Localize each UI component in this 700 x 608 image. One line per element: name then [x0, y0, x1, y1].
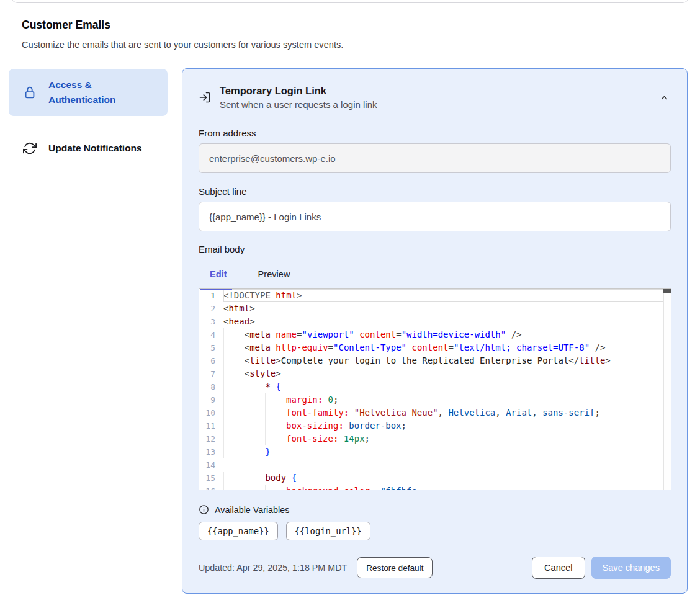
refresh-icon: [23, 141, 37, 155]
cancel-button[interactable]: Cancel: [532, 557, 585, 579]
page-subtitle: Customize the emails that are sent to yo…: [22, 40, 343, 50]
code-line[interactable]: * {: [223, 380, 663, 393]
save-changes-button[interactable]: Save changes: [591, 557, 671, 579]
from-address-value: enterprise@customers.wp-e.io: [209, 153, 336, 164]
code-line[interactable]: <meta http-equiv="Content-Type" content=…: [223, 341, 663, 354]
line-number: 14: [199, 458, 223, 472]
email-body-tabs: Edit Preview: [199, 266, 671, 283]
line-number: 6: [199, 354, 223, 367]
code-line[interactable]: <meta name="viewport" content="width=dev…: [223, 328, 663, 341]
line-number: 1: [199, 289, 223, 302]
code-line[interactable]: <head>: [223, 315, 663, 328]
info-icon: [199, 504, 209, 515]
variable-chips: {{app_name}} {{login_url}}: [199, 522, 671, 540]
tab-edit[interactable]: Edit: [199, 269, 240, 279]
line-number: 2: [199, 302, 223, 315]
line-number: 4: [199, 328, 223, 341]
card-subtitle: Sent when a user requests a login link: [220, 99, 648, 110]
email-types-sidebar: Access & Authentication Update Notificat…: [9, 69, 168, 168]
editor-scrollbar-thumb[interactable]: [663, 289, 671, 293]
page-title: Customer Emails: [22, 19, 343, 32]
card-header: Temporary Login Link Sent when a user re…: [199, 85, 671, 110]
card-footer: Updated: Apr 29, 2025, 1:18 PM MDT Resto…: [199, 557, 671, 579]
available-variables-label: Available Variables: [215, 505, 289, 515]
line-number: 7: [199, 367, 223, 380]
code-line[interactable]: <html>: [223, 302, 663, 315]
line-number: 13: [199, 445, 223, 458]
variable-chip-login-url[interactable]: {{login_url}}: [286, 522, 370, 540]
card-title: Temporary Login Link: [220, 85, 648, 97]
chevron-up-icon: [660, 93, 669, 102]
updated-timestamp: Updated: Apr 29, 2025, 1:18 PM MDT: [199, 563, 347, 573]
line-number: 10: [199, 406, 223, 419]
subject-line-value: {{app_name}} - Login Links: [209, 212, 321, 222]
sidebar-item-label: Access & Authentication: [48, 78, 155, 107]
line-number: 3: [199, 315, 223, 328]
code-line[interactable]: <style>: [223, 367, 663, 380]
line-number: 16: [199, 485, 223, 490]
login-icon: [199, 91, 211, 104]
code-line[interactable]: }: [223, 445, 663, 458]
line-number: 5: [199, 341, 223, 354]
code-line[interactable]: [223, 458, 663, 472]
tab-preview[interactable]: Preview: [245, 269, 303, 279]
lock-icon: [23, 86, 37, 99]
from-address-field[interactable]: enterprise@customers.wp-e.io: [199, 143, 671, 173]
subject-line-field[interactable]: {{app_name}} - Login Links: [199, 202, 671, 231]
code-line[interactable]: box-sizing: border-box;: [223, 419, 663, 432]
line-number: 12: [199, 432, 223, 445]
available-variables-header: Available Variables: [199, 504, 671, 515]
active-tab-underline: [200, 288, 232, 290]
code-line[interactable]: font-size: 14px;: [223, 432, 663, 445]
code-line[interactable]: body {: [223, 472, 663, 485]
temporary-login-link-card: Temporary Login Link Sent when a user re…: [182, 68, 688, 594]
code-line[interactable]: <title>Complete your login to the Replic…: [223, 354, 663, 367]
line-number: 11: [199, 419, 223, 432]
sidebar-item-access-authentication[interactable]: Access & Authentication: [9, 69, 168, 116]
restore-default-button[interactable]: Restore default: [357, 557, 433, 578]
sidebar-item-label: Update Notifications: [48, 141, 155, 156]
line-number: 9: [199, 393, 223, 406]
email-body-label: Email body: [199, 244, 671, 254]
subject-line-label: Subject line: [199, 186, 671, 197]
code-line[interactable]: font-family: "Helvetica Neue", Helvetica…: [223, 406, 663, 419]
email-body-code-editor[interactable]: 12345678910111213141516 <!DOCTYPE html><…: [199, 288, 671, 490]
collapse-button[interactable]: [657, 91, 671, 104]
from-address-label: From address: [199, 128, 671, 138]
editor-line-numbers: 12345678910111213141516: [199, 289, 223, 490]
line-number: 8: [199, 380, 223, 393]
variable-chip-app-name[interactable]: {{app_name}}: [199, 522, 278, 540]
code-line[interactable]: background-color: #fbfbfe;: [223, 485, 663, 490]
editor-scrollbar-track[interactable]: [663, 289, 671, 490]
code-line[interactable]: margin: 0;: [223, 393, 663, 406]
line-number: 15: [199, 472, 223, 485]
code-line[interactable]: <!DOCTYPE html>: [223, 289, 663, 302]
previous-card-bottom-edge: [11, 0, 689, 3]
sidebar-item-update-notifications[interactable]: Update Notifications: [9, 128, 168, 168]
page-header: Customer Emails Customize the emails tha…: [22, 19, 343, 50]
editor-code-area[interactable]: <!DOCTYPE html><html><head><meta name="v…: [223, 289, 663, 490]
